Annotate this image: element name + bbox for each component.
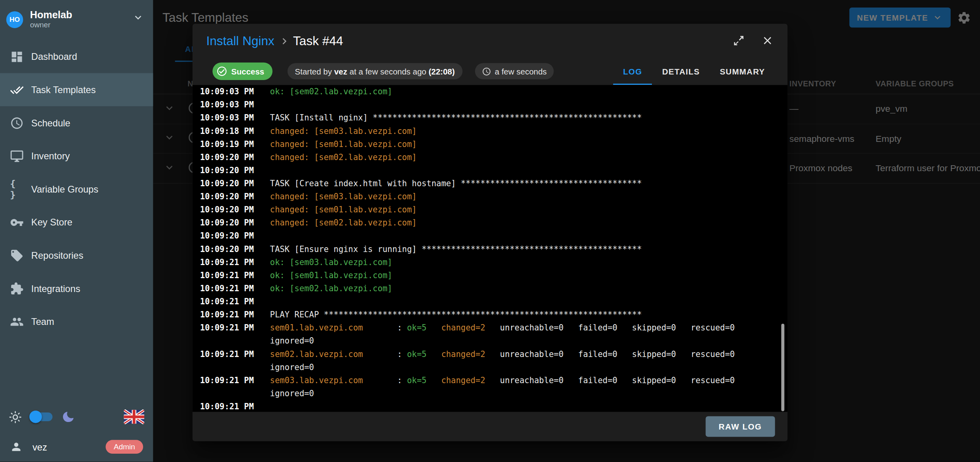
log-scrollbar[interactable]: [781, 324, 784, 411]
sidebar-item-label: Team: [31, 316, 54, 327]
moon-icon: [62, 411, 75, 424]
modal-header: Install Nginx Task #44: [193, 24, 787, 57]
sidebar-item-team[interactable]: Team: [0, 305, 153, 338]
log-line: 10:09:18 PMchanged: [sem03.lab.vezpi.com…: [200, 124, 788, 137]
log-line: 10:09:20 PMchanged: [sem02.lab.vezpi.com…: [200, 151, 788, 164]
log-line: 10:09:20 PMTASK [Ensure nginx is running…: [200, 242, 788, 256]
user-menu[interactable]: vez Admin: [0, 436, 153, 458]
integrations-icon: [10, 282, 24, 296]
log-line: ignored=0: [200, 361, 788, 374]
theme-row: [0, 409, 153, 426]
status-label: Success: [231, 67, 264, 76]
sidebar-item-variable-groups[interactable]: { }Variable Groups: [0, 172, 153, 206]
language-flag-uk[interactable]: [124, 410, 144, 425]
template-link[interactable]: Install Nginx: [206, 33, 274, 48]
variable-groups-icon: { }: [10, 182, 24, 196]
sidebar-item-label: Repositories: [31, 250, 83, 261]
sidebar-item-task-templates[interactable]: Task Templates: [0, 73, 153, 107]
log-line: 10:09:20 PMTASK [Create index.html with …: [200, 177, 788, 190]
team-name: Homelab: [30, 9, 73, 21]
sidebar-nav: DashboardTask TemplatesScheduleInventory…: [0, 40, 153, 338]
sidebar-item-inventory[interactable]: Inventory: [0, 139, 153, 173]
log-line: 10:09:21 PMPLAY RECAP ******************…: [200, 308, 788, 321]
sun-icon: [9, 410, 22, 424]
log-line: 10:09:20 PMchanged: [sem01.lab.vezpi.com…: [200, 203, 788, 216]
team-role: owner: [30, 21, 73, 30]
sidebar-item-label: Dashboard: [31, 51, 77, 62]
log-line: 10:09:20 PMchanged: [sem03.lab.vezpi.com…: [200, 190, 788, 203]
modal-tab-log[interactable]: LOG: [613, 57, 652, 85]
theme-toggle[interactable]: [31, 413, 53, 422]
modal-tabs: LOGDETAILSSUMMARY: [613, 57, 775, 85]
log-line: 10:09:21 PMok: [sem01.lab.vezpi.com]: [200, 269, 788, 282]
log-line: ignored=0: [200, 334, 788, 347]
chevron-right-icon: [278, 35, 291, 48]
team-switcher[interactable]: HO Homelab owner: [0, 0, 153, 36]
modal-tab-details[interactable]: DETAILS: [652, 57, 710, 85]
started-time: (22:08): [428, 67, 455, 76]
inventory-icon: [10, 149, 24, 163]
expand-icon[interactable]: [732, 34, 745, 47]
sidebar-item-key-store[interactable]: Key Store: [0, 206, 153, 239]
modal-subheader: Success Started by vez at a few seconds …: [193, 57, 787, 85]
check-circle-icon: [216, 66, 227, 77]
user-name: vez: [32, 442, 47, 452]
modal-actions: [732, 34, 774, 47]
started-by-chip: Started by vez at a few seconds ago (22:…: [287, 63, 462, 79]
log-line: 10:09:21 PMok: [sem02.lab.vezpi.com]: [200, 282, 788, 295]
sidebar-item-label: Key Store: [31, 217, 73, 227]
task-log: 10:09:03 PMok: [sem02.lab.vezpi.com]10:0…: [193, 85, 787, 412]
admin-badge: Admin: [106, 440, 143, 454]
log-line: 10:09:03 PM: [200, 98, 788, 111]
schedule-icon: [10, 116, 24, 130]
log-line: ignored=0: [200, 387, 788, 400]
person-icon: [10, 441, 23, 454]
clock-icon: [481, 67, 491, 76]
dashboard-icon: [10, 50, 24, 63]
log-line: 10:09:03 PMTASK [Install nginx] ********…: [200, 111, 788, 124]
sidebar-item-label: Inventory: [31, 151, 70, 161]
log-line: 10:09:21 PMsem01.lab.vezpi.com : ok=5 ch…: [200, 321, 788, 334]
key-store-icon: [10, 215, 24, 229]
sidebar-item-label: Task Templates: [31, 84, 96, 95]
sidebar-item-repositories[interactable]: Repositories: [0, 239, 153, 272]
status-badge: Success: [212, 63, 272, 80]
duration-chip: a few seconds: [475, 63, 554, 79]
log-line: 10:09:21 PM: [200, 400, 788, 412]
log-line: 10:09:21 PMok: [sem03.lab.vezpi.com]: [200, 256, 788, 269]
sidebar-item-integrations[interactable]: Integrations: [0, 272, 153, 305]
team-icon: [10, 315, 24, 328]
raw-log-button[interactable]: RAW LOG: [705, 416, 775, 437]
task-templates-icon: [10, 83, 24, 97]
task-title: Task #44: [293, 33, 343, 48]
sidebar-item-label: Schedule: [31, 118, 71, 128]
close-icon[interactable]: [761, 34, 774, 47]
log-line: 10:09:20 PMchanged: [sem02.lab.vezpi.com…: [200, 216, 788, 229]
app: HO Homelab owner DashboardTask Templates…: [0, 0, 980, 462]
log-line: 10:09:21 PM: [200, 295, 788, 308]
log-line: 10:09:21 PMsem02.lab.vezpi.com : ok=5 ch…: [200, 347, 788, 361]
duration-label: a few seconds: [495, 67, 547, 76]
started-by-user: vez: [334, 67, 347, 76]
log-line: 10:09:21 PMsem03.lab.vezpi.com : ok=5 ch…: [200, 374, 788, 387]
log-line: 10:09:19 PMchanged: [sem01.lab.vezpi.com…: [200, 137, 788, 151]
task-modal: Install Nginx Task #44 Success S: [193, 24, 787, 441]
log-line: 10:09:03 PMok: [sem02.lab.vezpi.com]: [200, 85, 788, 98]
chevron-down-icon: [132, 11, 145, 24]
repositories-icon: [10, 248, 24, 262]
team-avatar: HO: [6, 11, 23, 28]
sidebar-item-dashboard[interactable]: Dashboard: [0, 40, 153, 73]
modal-tab-summary[interactable]: SUMMARY: [710, 57, 775, 85]
team-info: Homelab owner: [30, 9, 73, 30]
theme-toggle-knob: [29, 411, 42, 424]
sidebar-item-label: Integrations: [31, 283, 80, 294]
sidebar-item-label: Variable Groups: [31, 184, 98, 195]
sidebar: HO Homelab owner DashboardTask Templates…: [0, 0, 153, 462]
sidebar-item-schedule[interactable]: Schedule: [0, 106, 153, 139]
log-line: 10:09:20 PM: [200, 229, 788, 242]
modal-footer: RAW LOG: [193, 412, 787, 441]
log-line: 10:09:20 PM: [200, 164, 788, 177]
